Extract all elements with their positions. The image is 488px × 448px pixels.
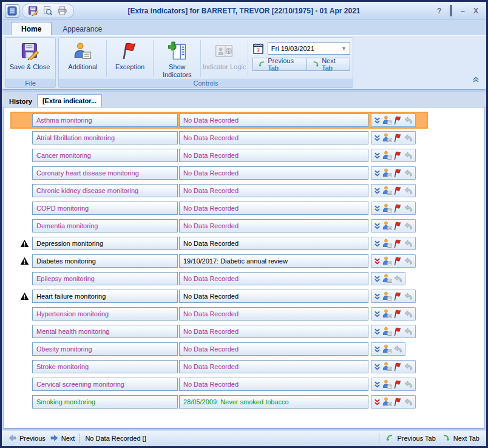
expand-chevron-icon[interactable] — [373, 205, 381, 212]
expand-chevron-icon[interactable] — [373, 222, 381, 230]
indicator-row[interactable]: Smoking monitoring 28/05/2009: Never smo… — [12, 395, 427, 409]
expand-chevron-icon[interactable] — [373, 275, 381, 283]
exception-flag-icon[interactable] — [393, 134, 402, 143]
exception-flag-icon[interactable] — [393, 186, 402, 195]
indicator-value[interactable]: No Data Recorded — [179, 114, 368, 127]
indicator-value[interactable]: No Data Recorded — [179, 272, 368, 285]
app-menu-button[interactable] — [5, 4, 19, 18]
indicator-row[interactable]: Stroke monitoring No Data Recorded — [12, 359, 427, 374]
save-close-button[interactable]: Save & Close — [7, 39, 53, 78]
exception-flag-icon[interactable] — [393, 169, 402, 178]
additional-info-icon[interactable] — [382, 256, 392, 266]
exception-flag-icon[interactable] — [393, 380, 402, 389]
indicator-name[interactable]: Mental health monitoring — [32, 325, 178, 338]
additional-info-icon[interactable] — [382, 274, 392, 283]
indicator-value[interactable]: No Data Recorded — [179, 290, 368, 303]
help-button[interactable]: ? — [437, 7, 441, 15]
additional-info-icon[interactable] — [382, 221, 392, 231]
indicator-row[interactable]: Dementia monitoring No Data Recorded — [12, 219, 427, 233]
indicator-value[interactable]: No Data Recorded — [179, 131, 368, 144]
indicator-row[interactable]: Cancer monitoring No Data Recorded — [12, 148, 427, 163]
show-indicators-button[interactable]: Show Indicators — [154, 39, 200, 78]
expand-chevron-icon[interactable] — [373, 257, 381, 265]
additional-info-icon[interactable] — [382, 203, 392, 213]
tab-extra-indicator[interactable]: [Extra indicator... — [37, 94, 102, 107]
indicator-value[interactable]: No Data Recorded — [179, 202, 368, 215]
indicator-row[interactable]: COPD monitoring No Data Recorded — [12, 201, 427, 216]
indicator-value[interactable]: No Data Recorded — [179, 307, 368, 321]
expand-chevron-icon[interactable] — [373, 152, 381, 160]
additional-info-icon[interactable] — [382, 379, 392, 389]
expand-chevron-icon[interactable] — [373, 169, 381, 177]
previous-button[interactable]: Previous — [8, 435, 46, 442]
indicator-row[interactable]: Asthma monitoring No Data Recorded — [12, 113, 427, 127]
exception-flag-icon[interactable] — [393, 204, 402, 213]
indicator-value[interactable]: No Data Recorded — [179, 166, 368, 180]
indicator-value[interactable]: No Data Recorded — [179, 342, 368, 356]
indicator-value[interactable]: No Data Recorded — [179, 360, 368, 373]
exception-flag-icon[interactable] — [393, 310, 402, 319]
indicator-value[interactable]: No Data Recorded — [179, 378, 368, 391]
additional-info-icon[interactable] — [382, 327, 392, 336]
additional-info-icon[interactable] — [382, 309, 392, 319]
indicator-name[interactable]: COPD monitoring — [32, 202, 178, 215]
additional-info-icon[interactable] — [382, 151, 392, 160]
indicator-value[interactable]: No Data Recorded — [179, 219, 368, 232]
indicator-row[interactable]: Mental health monitoring No Data Recorde… — [12, 324, 427, 339]
indicator-name[interactable]: Asthma monitoring — [32, 114, 178, 127]
print-button[interactable] — [56, 5, 67, 16]
minimize-button[interactable]: – — [461, 7, 465, 15]
additional-info-icon[interactable] — [382, 291, 392, 301]
expand-chevron-icon[interactable] — [373, 398, 381, 406]
additional-button[interactable]: Additional — [60, 39, 106, 78]
exception-flag-icon[interactable] — [393, 239, 402, 248]
indicator-row[interactable]: Depression monitoring No Data Recorded — [12, 236, 427, 251]
additional-info-icon[interactable] — [382, 239, 392, 248]
restore-button[interactable] — [450, 7, 452, 15]
indicator-value[interactable]: No Data Recorded — [179, 237, 368, 250]
indicator-name[interactable]: Stroke monitoring — [32, 360, 178, 373]
indicator-name[interactable]: Heart failure monitoring — [32, 290, 178, 303]
indicator-name[interactable]: Smoking monitoring — [32, 395, 178, 409]
indicator-row[interactable]: Chronic kidney disease monitoring No Dat… — [12, 183, 427, 198]
indicator-name[interactable]: Diabetes monitoring — [32, 254, 178, 268]
indicator-name[interactable]: Epilepsy monitoring — [32, 272, 178, 285]
indicator-name[interactable]: Dementia monitoring — [32, 219, 178, 232]
additional-info-icon[interactable] — [382, 344, 392, 354]
next-tab-button[interactable]: Next Tab — [307, 58, 350, 71]
expand-chevron-icon[interactable] — [373, 381, 381, 389]
indicator-name[interactable]: Depression monitoring — [32, 237, 178, 250]
indicator-row[interactable]: Cervical screening monitoring No Data Re… — [12, 377, 427, 392]
exception-flag-icon[interactable] — [393, 116, 402, 125]
exception-flag-icon[interactable] — [393, 257, 402, 266]
expand-chevron-icon[interactable] — [373, 310, 381, 318]
indicator-value[interactable]: No Data Recorded — [179, 149, 368, 162]
additional-info-icon[interactable] — [382, 133, 392, 143]
previous-tab-button[interactable]: Previous Tab — [252, 58, 307, 71]
indicator-row[interactable]: Atrial fibrillation monitoring No Data R… — [12, 131, 427, 145]
additional-info-icon[interactable] — [382, 186, 392, 195]
expand-chevron-icon[interactable] — [373, 293, 381, 300]
exception-flag-icon[interactable] — [393, 292, 402, 301]
exception-flag-icon[interactable] — [393, 398, 402, 407]
save-button[interactable] — [27, 5, 38, 16]
additional-info-icon[interactable] — [382, 168, 392, 178]
indicator-value[interactable]: 19/10/2017: Diabetic annual review — [179, 254, 368, 268]
indicator-row[interactable]: Coronary heart disease monitoring No Dat… — [12, 166, 427, 180]
indicator-row[interactable]: Diabetes monitoring 19/10/2017: Diabetic… — [12, 254, 427, 268]
exception-flag-icon[interactable] — [393, 327, 402, 336]
expand-chevron-icon[interactable] — [373, 240, 381, 248]
expand-chevron-icon[interactable] — [373, 134, 381, 142]
expand-chevron-icon[interactable] — [373, 363, 381, 371]
expand-chevron-icon[interactable] — [373, 345, 381, 353]
indicator-value[interactable]: No Data Recorded — [179, 184, 368, 197]
indicator-row[interactable]: Heart failure monitoring No Data Recorde… — [12, 289, 427, 304]
expand-chevron-icon[interactable] — [373, 187, 381, 195]
exception-button[interactable]: Exception — [107, 39, 153, 78]
additional-info-icon[interactable] — [382, 115, 392, 125]
indicator-name[interactable]: Chronic kidney disease monitoring — [32, 184, 178, 197]
indicator-row[interactable]: Hypertension monitoring No Data Recorded — [12, 307, 427, 321]
indicator-value[interactable]: No Data Recorded — [179, 325, 368, 338]
tab-history[interactable]: History — [4, 95, 37, 107]
date-picker[interactable]: Fri 19/03/2021 ▼ — [268, 42, 350, 55]
